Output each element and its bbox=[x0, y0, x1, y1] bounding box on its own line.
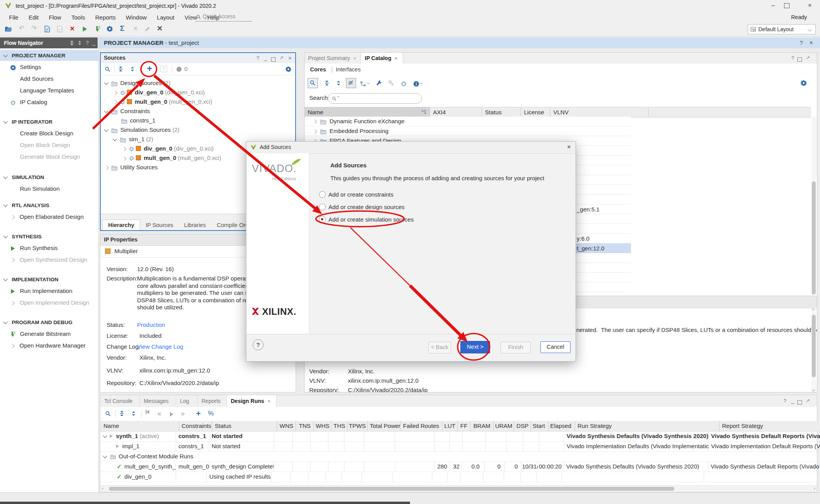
gear-icon[interactable] bbox=[285, 66, 291, 72]
undo-button[interactable]: ↶ bbox=[16, 23, 27, 34]
tab-log[interactable]: Log bbox=[176, 395, 198, 407]
tree-row-div-gen-0[interactable]: div_gen_0 (div_gen_0.xci) bbox=[101, 88, 295, 97]
tree-row-constrs-1[interactable]: constrs_1 bbox=[101, 116, 295, 125]
close-button[interactable]: × bbox=[803, 0, 817, 11]
gear-icon[interactable] bbox=[800, 80, 807, 86]
sidebar-item-settings[interactable]: Settings bbox=[0, 62, 98, 73]
col-constraints[interactable]: Constraints bbox=[179, 421, 212, 431]
filter-toggle-button[interactable] bbox=[346, 78, 356, 88]
col-uram[interactable]: URAM bbox=[494, 421, 514, 431]
cancel-button[interactable]: Cancel bbox=[540, 341, 570, 353]
sidebar-item-open-elaborated-design[interactable]: Open Elaborated Design bbox=[0, 211, 98, 222]
minimize-icon[interactable]: _ bbox=[264, 53, 267, 62]
expand-all-icon[interactable] bbox=[130, 66, 135, 72]
sidebar-item-open-hardware-manager[interactable]: Open Hardware Manager bbox=[0, 340, 98, 351]
chevron-right-icon[interactable] bbox=[122, 147, 126, 151]
subtab-interfaces[interactable]: Interfaces bbox=[336, 64, 361, 75]
sidebar-item-open-synthesized-design[interactable]: Open Synthesized Design bbox=[0, 254, 98, 265]
tab-hierarchy[interactable]: Hierarchy bbox=[102, 220, 140, 230]
tree-row-simulation-sources[interactable]: Simulation Sources (2) bbox=[101, 125, 295, 135]
tab-project-summary[interactable]: Project Summary × bbox=[305, 53, 361, 64]
float-icon[interactable]: ↗ bbox=[806, 53, 810, 63]
chevron-down-icon[interactable] bbox=[103, 454, 107, 458]
column-header-axi4[interactable]: AXI4 bbox=[430, 107, 482, 117]
column-header-vlnv[interactable]: VLNV bbox=[550, 107, 649, 117]
col-dsp[interactable]: DSP bbox=[514, 421, 531, 431]
sidebar-section-project-manager[interactable]: PROJECT MANAGER bbox=[0, 50, 98, 61]
chevron-right-icon[interactable] bbox=[122, 156, 126, 160]
col-bram[interactable]: BRAM bbox=[471, 421, 494, 431]
chevron-down-icon[interactable] bbox=[112, 137, 117, 141]
float-icon[interactable]: ↗ bbox=[280, 53, 283, 63]
chevron-right-icon[interactable] bbox=[312, 119, 317, 124]
close-icon[interactable]: × bbox=[395, 55, 398, 61]
sidebar-section-implementation[interactable]: IMPLEMENTATION bbox=[0, 274, 98, 285]
expand-all-icon[interactable] bbox=[131, 411, 136, 416]
runs-row-synth1[interactable]: synth_1 (active) constrs_1 Not started V… bbox=[100, 431, 817, 442]
redo-button[interactable]: ↷ bbox=[29, 23, 39, 34]
percent-button[interactable]: % bbox=[206, 407, 216, 420]
runs-hscrollbar[interactable]: ‹ › bbox=[100, 485, 817, 492]
minimize-panel-icon[interactable]: _ bbox=[92, 37, 95, 48]
col-run-strategy[interactable]: Run Strategy bbox=[575, 421, 720, 431]
status-link[interactable]: Production bbox=[137, 321, 165, 328]
sidebar-section-ip-integrator[interactable]: IP INTEGRATOR bbox=[0, 116, 98, 127]
col-ff[interactable]: FF bbox=[458, 421, 471, 431]
column-header-status[interactable]: Status bbox=[482, 107, 521, 117]
sidebar-section-synthesis[interactable]: SYNTHESIS bbox=[0, 231, 98, 242]
collapse-all-icon[interactable] bbox=[70, 41, 74, 45]
runs-row-ooc-group[interactable]: Out-of-Context Module Runs bbox=[100, 451, 817, 462]
chevron-right-icon[interactable] bbox=[104, 165, 109, 170]
col-whs[interactable]: WHS bbox=[314, 421, 332, 431]
scrollbar-thumb[interactable] bbox=[109, 487, 674, 491]
catalog-row-embedded[interactable]: Embedded Processing bbox=[305, 126, 631, 136]
menu-item-edit[interactable]: Edit bbox=[23, 14, 44, 21]
col-wns[interactable]: WNS bbox=[277, 421, 296, 431]
report-button[interactable] bbox=[42, 23, 52, 34]
chevron-down-icon[interactable] bbox=[104, 127, 108, 131]
run-button[interactable] bbox=[80, 23, 90, 34]
details-scrollbar[interactable]: ^ bbox=[811, 309, 816, 392]
col-elapsed[interactable]: Elapsed bbox=[549, 421, 575, 431]
cancel-run-button[interactable]: ✕ bbox=[155, 23, 165, 34]
sidebar-item-generate-block-design[interactable]: Generate Block Design bbox=[0, 151, 98, 162]
search-icon[interactable] bbox=[105, 411, 111, 417]
radio-icon[interactable] bbox=[319, 191, 326, 198]
generate-bitstream-button[interactable] bbox=[92, 23, 102, 34]
sidebar-item-ip-catalog[interactable]: IP Catalog bbox=[0, 97, 98, 108]
prev-run-button[interactable]: « bbox=[157, 407, 161, 420]
sidebar-item-open-implemented-design[interactable]: Open Implemented Design bbox=[0, 297, 98, 308]
catalog-row-dfx[interactable]: Dynamic Function eXchange bbox=[305, 117, 631, 126]
help-button-disabled[interactable]: ? bbox=[160, 66, 167, 72]
col-lut[interactable]: LUT bbox=[442, 421, 458, 431]
next-run-button[interactable]: » bbox=[181, 407, 185, 420]
customize-wrench-icon[interactable] bbox=[376, 80, 382, 86]
tab-ip-catalog[interactable]: IP Catalog × bbox=[361, 53, 403, 64]
close-icon[interactable]: × bbox=[288, 53, 292, 63]
collapse-all-icon[interactable] bbox=[118, 66, 123, 72]
device-button[interactable] bbox=[401, 80, 407, 87]
maximize-button[interactable] bbox=[784, 3, 790, 9]
maximize-icon[interactable] bbox=[797, 399, 802, 406]
open-project-button[interactable] bbox=[3, 23, 13, 34]
tab-libraries[interactable]: Libraries bbox=[179, 220, 212, 230]
expand-all-icon[interactable] bbox=[336, 80, 341, 86]
radio-icon[interactable] bbox=[319, 216, 326, 223]
first-run-button[interactable] bbox=[146, 408, 149, 415]
chevron-down-icon[interactable] bbox=[104, 108, 108, 113]
col-report-strategy[interactable]: Report Strategy bbox=[720, 421, 820, 431]
help-icon[interactable]: ? bbox=[86, 37, 89, 48]
menu-item-flow[interactable]: Flow bbox=[44, 14, 66, 21]
subtab-cores[interactable]: Cores bbox=[310, 64, 326, 75]
change-log-link[interactable]: View Change Log bbox=[137, 343, 183, 350]
menu-item-file[interactable]: File bbox=[4, 14, 23, 21]
chevron-right-icon[interactable] bbox=[312, 129, 317, 133]
tree-row-constraints[interactable]: Constraints bbox=[101, 106, 295, 116]
close-icon[interactable]: × bbox=[267, 398, 271, 404]
col-status[interactable]: Status bbox=[212, 421, 277, 431]
back-button[interactable]: < Back bbox=[428, 342, 451, 353]
sidebar-item-run-synthesis[interactable]: Run Synthesis bbox=[0, 243, 98, 254]
menu-item-window[interactable]: Window bbox=[121, 14, 152, 21]
edit-button[interactable] bbox=[142, 23, 152, 34]
col-tns[interactable]: TNS bbox=[296, 421, 314, 431]
